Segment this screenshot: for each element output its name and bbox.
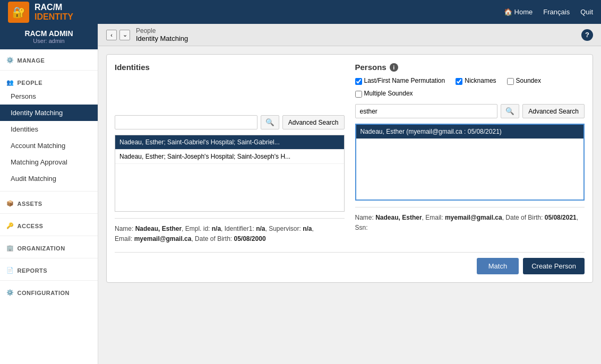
option-multiple-soundex[interactable]: Multiple Soundex [355, 90, 413, 98]
option-last-first[interactable]: Last/First Name Permutation [355, 77, 445, 85]
persons-results-list[interactable]: Nadeau, Esther (myemail@gmail.ca : 05/08… [355, 124, 585, 201]
identity-result-item[interactable]: Nadeau, Esther; Saint-Gabriel's Hospital… [115, 135, 344, 150]
app-name: RAC/MIDENTITY [35, 3, 73, 21]
persons-column: Persons i Last/First Name Permutation [355, 63, 585, 244]
bottom-actions: Match Create Person [115, 252, 585, 274]
config-icon: ⚙️ [6, 289, 14, 296]
identity-supervisor: n/a [303, 225, 312, 232]
panel-columns: Identities 🔍 Advanced Search Nadeau [115, 63, 585, 244]
sidebar-header-configuration[interactable]: ⚙️ CONFIGURATION [0, 285, 98, 298]
reports-icon: 📄 [6, 267, 14, 274]
persons-advanced-search-button[interactable]: Advanced Search [522, 104, 585, 118]
sidebar-section-organization: 🏢 ORGANIZATION [0, 237, 98, 257]
navbar-right: 🏠 Home Français Quit [504, 8, 593, 16]
persons-options: Last/First Name Permutation Nicknames So… [355, 77, 585, 98]
sidebar-header-assets[interactable]: 📦 ASSETS [0, 196, 98, 209]
nav-back-button[interactable]: ‹ [106, 30, 117, 40]
option-nicknames[interactable]: Nicknames [456, 77, 496, 85]
sidebar-item-identities[interactable]: Identities [0, 121, 98, 137]
persons-search-row: 🔍 Advanced Search [355, 104, 585, 118]
option-nicknames-checkbox[interactable] [456, 78, 462, 85]
person-email: myemail@gmail.ca [445, 214, 502, 221]
option-last-first-checkbox[interactable] [355, 78, 362, 85]
page-body: Identities 🔍 Advanced Search Nadeau [98, 46, 601, 364]
identity-dob: 05/08/2000 [234, 235, 266, 242]
identities-spacer [115, 77, 345, 115]
match-button[interactable]: Match [477, 258, 519, 274]
identity-email: myemail@gmail.ca [134, 235, 192, 242]
persons-title: Persons i [355, 63, 585, 72]
lang-link[interactable]: Français [543, 8, 570, 16]
breadcrumb: People Identity Matching [136, 27, 188, 42]
matching-panel: Identities 🔍 Advanced Search Nadeau [106, 54, 593, 283]
identities-title: Identities [115, 63, 345, 72]
identities-column: Identities 🔍 Advanced Search Nadeau [115, 63, 345, 244]
people-icon: 👥 [6, 79, 14, 86]
app-logo: 🔐 [8, 2, 29, 23]
sidebar-username: RACM ADMIN [6, 29, 91, 38]
help-button[interactable]: ? [581, 29, 593, 41]
identities-search-input[interactable] [115, 115, 257, 129]
sidebar-role: User: admin [6, 38, 91, 44]
sidebar-header-manage[interactable]: ⚙️ MANAGE [0, 53, 98, 66]
sidebar-item-matching-approval[interactable]: Matching Approval [0, 154, 98, 170]
sidebar-section-assets: 📦 ASSETS [0, 193, 98, 212]
person-result-item[interactable]: Nadeau, Esther (myemail@gmail.ca : 05/08… [356, 125, 584, 139]
sidebar-section-reports: 📄 REPORTS [0, 259, 98, 279]
sidebar-section-people: 👥 PEOPLE Persons Identity Matching Ident… [0, 72, 98, 190]
identities-search-button[interactable]: 🔍 [261, 115, 279, 129]
sidebar-item-account-matching[interactable]: Account Matching [0, 137, 98, 154]
access-icon: 🔑 [6, 222, 14, 229]
assets-icon: 📦 [6, 200, 14, 207]
identity-result-item[interactable]: Nadeau, Esther; Saint-Joseph's Hospital;… [115, 150, 344, 164]
breadcrumb-nav: ‹ ⌄ People Identity Matching [106, 27, 188, 42]
identity-detail-name: Nadeau, Esther [135, 225, 182, 232]
sidebar-header-people[interactable]: 👥 PEOPLE [0, 75, 98, 88]
identity-identifier1: n/a [256, 225, 265, 232]
org-icon: 🏢 [6, 245, 14, 252]
sidebar: RACM ADMIN User: admin ⚙️ MANAGE 👥 PEOPL… [0, 24, 98, 364]
person-detail: Name: Nadeau, Esther, Email: myemail@gma… [355, 207, 585, 233]
sidebar-user: RACM ADMIN User: admin [0, 24, 98, 49]
sidebar-item-persons[interactable]: Persons [0, 88, 98, 105]
sidebar-header-access[interactable]: 🔑 ACCESS [0, 218, 98, 231]
identities-results-list[interactable]: Nadeau, Esther; Saint-Gabriel's Hospital… [115, 135, 345, 212]
persons-search-input[interactable] [355, 104, 498, 118]
person-dob: 05/08/2021 [545, 214, 577, 221]
navbar: 🔐 RAC/MIDENTITY 🏠 Home Français Quit [0, 0, 601, 24]
quit-link[interactable]: Quit [580, 8, 593, 16]
option-multiple-soundex-checkbox[interactable] [355, 91, 362, 98]
sidebar-section-manage: ⚙️ MANAGE [0, 49, 98, 69]
app-layout: RACM ADMIN User: admin ⚙️ MANAGE 👥 PEOPL… [0, 24, 601, 364]
navbar-left: 🔐 RAC/MIDENTITY [8, 2, 73, 23]
persons-search-button[interactable]: 🔍 [501, 104, 519, 118]
breadcrumb-bar: ‹ ⌄ People Identity Matching ? [98, 24, 601, 46]
sidebar-item-identity-matching[interactable]: Identity Matching [0, 105, 98, 121]
main-content: ‹ ⌄ People Identity Matching ? Identitie… [98, 24, 601, 364]
create-person-button[interactable]: Create Person [523, 258, 585, 274]
nav-down-button[interactable]: ⌄ [119, 30, 130, 40]
option-soundex[interactable]: Soundex [507, 77, 541, 85]
sidebar-header-organization[interactable]: 🏢 ORGANIZATION [0, 240, 98, 254]
home-link[interactable]: 🏠 Home [504, 8, 533, 16]
persons-info-icon[interactable]: i [390, 63, 398, 72]
person-detail-name: Nadeau, Esther [375, 214, 422, 221]
identity-empl-id: n/a [212, 225, 221, 232]
identities-search-row: 🔍 Advanced Search [115, 115, 345, 129]
manage-icon: ⚙️ [6, 57, 14, 64]
sidebar-section-access: 🔑 ACCESS [0, 215, 98, 235]
option-soundex-checkbox[interactable] [507, 78, 514, 85]
sidebar-header-reports[interactable]: 📄 REPORTS [0, 263, 98, 276]
sidebar-section-configuration: ⚙️ CONFIGURATION [0, 282, 98, 301]
sidebar-item-audit-matching[interactable]: Audit Matching [0, 170, 98, 187]
identity-detail: Name: Nadeau, Esther, Empl. id: n/a, Ide… [115, 218, 345, 244]
identities-advanced-search-button[interactable]: Advanced Search [282, 115, 345, 129]
